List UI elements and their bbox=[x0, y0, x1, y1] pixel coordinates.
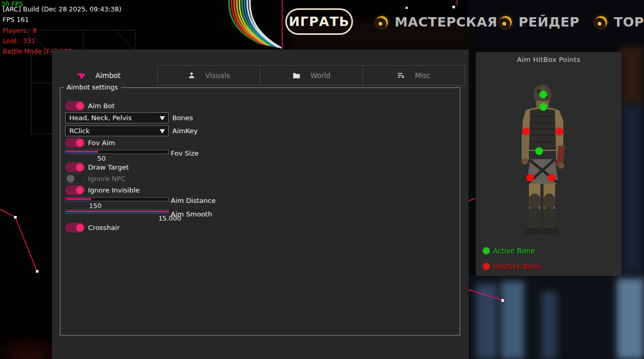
slider-fill bbox=[66, 151, 98, 153]
ignore-npc-toggle[interactable] bbox=[65, 174, 85, 184]
toggle-knob bbox=[76, 224, 84, 232]
hitbox-point-head bbox=[539, 91, 547, 98]
hitbox-point-right-arm bbox=[555, 127, 563, 135]
slider-fill bbox=[66, 198, 91, 200]
group-title: Aimbot settings bbox=[64, 83, 121, 91]
aim-smooth-slider[interactable]: 15.000 bbox=[65, 210, 169, 214]
folder-icon bbox=[292, 71, 301, 80]
aimbot-settings-group: Aimbot settings Aim Bot Head, Neck, Pelv… bbox=[60, 87, 460, 336]
legend-inactive-bone: Inactive Bone bbox=[483, 262, 541, 271]
menu-item-label: РЕЙДЕР bbox=[519, 15, 579, 30]
hitbox-point-right-thigh bbox=[548, 174, 555, 182]
coin-icon bbox=[500, 16, 512, 28]
aim-distance-label: Aim Distance bbox=[171, 197, 216, 204]
active-bone-dot bbox=[483, 247, 490, 254]
playlist-add-icon bbox=[397, 71, 406, 80]
tab-aimbot[interactable]: Aimbot bbox=[52, 65, 146, 86]
fov-aim-label: Fov Aim bbox=[88, 138, 115, 148]
fov-aim-toggle[interactable] bbox=[65, 138, 85, 148]
inactive-bone-dot bbox=[483, 263, 490, 270]
tab-visuals[interactable]: Visuals bbox=[157, 65, 260, 86]
legend-label: Inactive Bone bbox=[493, 262, 541, 271]
bones-dropdown-value: Head, Neck, Pelvis bbox=[69, 114, 132, 122]
game-screen: 30 FPS [ARC] Build (Dec 28 2025, 09:43:3… bbox=[0, 0, 644, 359]
person-icon bbox=[187, 71, 196, 80]
tab-misc[interactable]: Misc bbox=[362, 65, 465, 86]
draw-target-toggle[interactable] bbox=[65, 162, 85, 172]
bones-dropdown[interactable]: Head, Neck, Pelvis ▼ bbox=[65, 112, 169, 123]
hitbox-point-neck bbox=[539, 103, 547, 111]
hitbox-point-pelvis bbox=[535, 147, 543, 155]
toggle-knob bbox=[76, 186, 84, 194]
tab-label: Aimbot bbox=[95, 71, 120, 80]
aim-distance-value: 150 bbox=[89, 202, 102, 210]
hitbox-panel: Aim HitBox Points Active Bone bbox=[476, 52, 622, 276]
crosshair-toggle[interactable] bbox=[65, 223, 85, 233]
aim-smooth-label: Aim Smooth bbox=[171, 210, 212, 218]
toggle-knob bbox=[76, 102, 84, 110]
fov-size-value: 50 bbox=[97, 155, 106, 162]
hitbox-point-left-arm bbox=[522, 127, 530, 135]
menu-item-workshop[interactable]: МАСТЕРСКАЯ bbox=[376, 15, 497, 30]
chevron-down-icon: ▼ bbox=[160, 128, 165, 134]
legend-label: Active Bone bbox=[493, 247, 535, 255]
hitbox-points-layer bbox=[476, 52, 622, 276]
aimkey-label: AimKey bbox=[172, 127, 198, 135]
ignore-invisible-label: Ignore Invisible bbox=[88, 185, 140, 195]
pistol-icon bbox=[77, 71, 86, 80]
menu-item-trader[interactable]: ТОРГО bbox=[595, 15, 644, 30]
coin-icon bbox=[376, 16, 388, 28]
aim-bot-label: Aim Bot bbox=[88, 101, 115, 111]
toggle-knob bbox=[76, 139, 84, 147]
draw-target-label: Draw Target bbox=[88, 162, 129, 172]
ignore-npc-label: Ignore NPC bbox=[88, 174, 125, 184]
fov-size-slider[interactable]: 50 bbox=[65, 150, 169, 154]
toggle-knob bbox=[67, 175, 74, 183]
rainbow-streak bbox=[229, 0, 281, 48]
tab-label: World bbox=[310, 71, 331, 80]
hitbox-point-left-thigh bbox=[526, 174, 534, 182]
aim-bot-toggle[interactable] bbox=[65, 101, 85, 111]
bones-label: Bones bbox=[172, 114, 193, 122]
aimkey-dropdown-value: RClick bbox=[69, 127, 90, 135]
build-info-text: [ARC] Build (Dec 28 2025, 09:43:38) bbox=[3, 5, 121, 13]
loot-counter-text: Loot: 331 bbox=[3, 37, 35, 45]
crosshair-label: Crosshair bbox=[88, 223, 120, 233]
cheat-menu-panel: Aimbot Visuals World Misc Aimbot setting… bbox=[52, 49, 469, 359]
chevron-down-icon: ▼ bbox=[160, 115, 165, 121]
menu-item-label: МАСТЕРСКАЯ bbox=[395, 15, 497, 30]
aimkey-dropdown[interactable]: RClick ▼ bbox=[65, 125, 169, 136]
tab-label: Visuals bbox=[205, 71, 230, 80]
aim-distance-slider[interactable]: 150 bbox=[65, 197, 169, 201]
ignore-invisible-toggle[interactable] bbox=[65, 185, 85, 195]
tab-world[interactable]: World bbox=[260, 65, 363, 86]
fov-size-label: Fov Size bbox=[171, 149, 198, 157]
fps-counter-text: FPS 161 bbox=[3, 16, 29, 23]
tab-label: Misc bbox=[415, 71, 431, 80]
menu-item-raider[interactable]: РЕЙДЕР bbox=[500, 15, 579, 30]
slider-fill bbox=[66, 211, 168, 213]
play-button[interactable]: ИГРАТЬ bbox=[285, 8, 353, 35]
players-counter-text: Players: 8 bbox=[3, 27, 37, 34]
coin-icon bbox=[595, 16, 607, 28]
toggle-knob bbox=[76, 163, 84, 171]
menu-item-label: ТОРГО bbox=[614, 15, 644, 30]
legend-active-bone: Active Bone bbox=[483, 247, 535, 255]
